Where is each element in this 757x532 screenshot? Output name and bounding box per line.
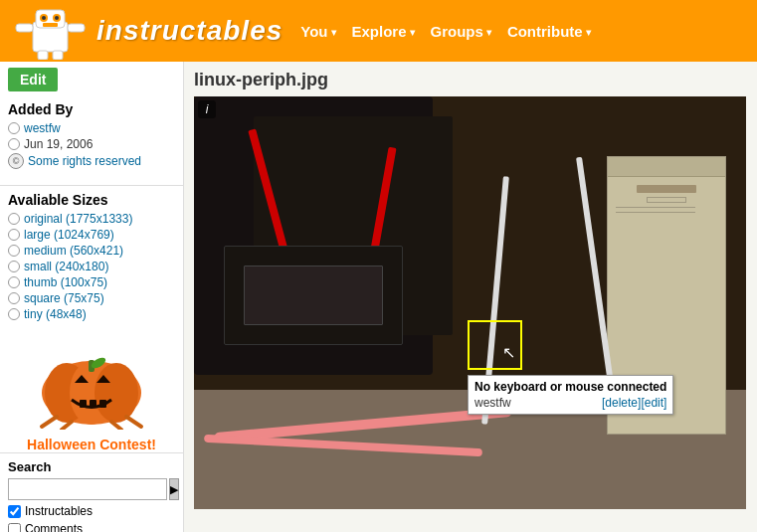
you-arrow: ▾ — [331, 27, 336, 38]
main-image: ↖ i No keyboard or mouse connected westf… — [194, 96, 746, 509]
size-icon-tiny — [8, 308, 20, 320]
main-content: linux-periph.jpg — [184, 62, 757, 532]
size-large[interactable]: large (1024x769) — [8, 228, 175, 242]
pumpkin-svg — [27, 335, 156, 430]
image-scene: ↖ — [194, 96, 746, 509]
groups-arrow: ▾ — [486, 27, 491, 38]
size-icon-small — [8, 261, 20, 272]
user-icon — [8, 122, 20, 134]
svg-rect-6 — [16, 24, 33, 32]
sidebar: Edit Added By westfw Jun 19, 2006 © Some… — [0, 62, 184, 532]
nav-groups[interactable]: Groups ▾ — [423, 0, 499, 62]
svg-point-5 — [55, 16, 59, 20]
logo-area: instructables — [0, 0, 283, 62]
size-icon-medium — [8, 245, 20, 257]
logo-robot — [5, 0, 95, 62]
edit-button[interactable]: Edit — [8, 68, 58, 91]
size-medium[interactable]: medium (560x421) — [8, 244, 175, 258]
search-button[interactable]: ▶ — [169, 478, 179, 500]
nav-contribute[interactable]: Contribute ▾ — [499, 0, 599, 62]
header: instructables You ▾ Explore ▾ Groups ▾ C… — [0, 0, 757, 62]
size-thumb[interactable]: thumb (100x75) — [8, 275, 175, 289]
divider-1 — [0, 185, 183, 186]
added-by-section: Added By westfw Jun 19, 2006 © Some righ… — [0, 101, 183, 179]
size-tiny[interactable]: tiny (48x48) — [8, 307, 175, 321]
tooltip-username: westfw — [474, 396, 511, 410]
added-by-title: Added By — [8, 101, 175, 117]
date-icon — [8, 138, 20, 150]
search-row: ▶ — [8, 478, 175, 500]
search-input[interactable] — [8, 478, 167, 500]
username-row: westfw — [8, 121, 175, 135]
sizes-title: Avaliable Sizes — [8, 192, 175, 208]
size-small[interactable]: small (240x180) — [8, 260, 175, 273]
main-nav: You ▾ Explore ▾ Groups ▾ Contribute ▾ — [292, 0, 598, 62]
tooltip-meta: westfw [delete][edit] — [474, 396, 666, 410]
svg-rect-8 — [38, 51, 48, 60]
contribute-arrow: ▾ — [586, 27, 591, 38]
logo-svg — [8, 2, 93, 60]
checkbox-instructables-input[interactable] — [8, 505, 21, 518]
rights-row: © Some rights reserved — [8, 153, 175, 169]
checkbox-instructables: Instructables — [8, 504, 175, 518]
image-container: ↖ i No keyboard or mouse connected westf… — [194, 96, 746, 509]
svg-rect-20 — [90, 400, 96, 408]
tooltip-links[interactable]: [delete][edit] — [602, 396, 666, 410]
size-icon-large — [8, 229, 20, 241]
svg-line-25 — [111, 422, 121, 430]
svg-rect-19 — [80, 400, 87, 408]
highlight-rectangle — [468, 320, 522, 370]
size-square[interactable]: square (75x75) — [8, 291, 175, 305]
size-icon-square — [8, 292, 20, 304]
size-icon-thumb — [8, 276, 20, 288]
svg-point-4 — [42, 16, 46, 20]
rights-text[interactable]: Some rights reserved — [28, 154, 141, 168]
svg-rect-7 — [68, 24, 85, 32]
svg-rect-10 — [43, 23, 58, 27]
info-icon[interactable]: i — [198, 100, 216, 118]
svg-line-23 — [126, 417, 141, 427]
pumpkin-area — [0, 331, 183, 433]
svg-rect-9 — [53, 51, 63, 60]
rights-icon: © — [8, 153, 24, 169]
svg-line-24 — [62, 422, 72, 430]
svg-line-22 — [42, 417, 57, 427]
checkbox-comments: Comments — [8, 522, 175, 532]
svg-rect-21 — [99, 400, 106, 408]
date-row: Jun 19, 2006 — [8, 137, 175, 151]
logo-text: instructables — [96, 15, 283, 47]
main-layout: Edit Added By westfw Jun 19, 2006 © Some… — [0, 62, 757, 532]
size-icon-original — [8, 213, 20, 225]
search-label: Search — [8, 459, 175, 474]
explore-arrow: ▾ — [410, 27, 415, 38]
tooltip-box: No keyboard or mouse connected westfw [d… — [468, 375, 673, 415]
sizes-section: Avaliable Sizes original (1775x1333) lar… — [0, 192, 183, 331]
image-title: linux-periph.jpg — [194, 70, 747, 90]
dark-equip-2 — [244, 266, 383, 325]
tooltip-title: No keyboard or mouse connected — [474, 380, 666, 394]
username[interactable]: westfw — [24, 121, 61, 135]
halloween-label[interactable]: Halloween Contest! — [0, 437, 183, 452]
upload-date: Jun 19, 2006 — [24, 137, 93, 151]
checkbox-comments-input[interactable] — [8, 523, 21, 533]
svg-point-14 — [95, 363, 138, 423]
nav-you[interactable]: You ▾ — [292, 0, 343, 62]
nav-explore[interactable]: Explore ▾ — [344, 0, 423, 62]
search-section: Search ▶ Instructables Comments — [0, 452, 183, 532]
size-original[interactable]: original (1775x1333) — [8, 212, 175, 226]
